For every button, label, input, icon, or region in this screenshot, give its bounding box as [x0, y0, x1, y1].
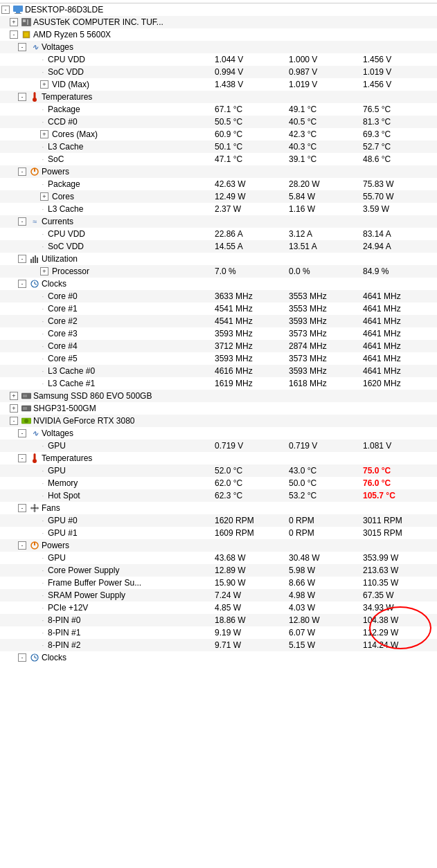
- voltage-icon: ∿: [30, 428, 39, 438]
- expand-button[interactable]: -: [18, 504, 26, 512]
- list-item[interactable]: - AMD Ryzen 5 5600X: [0, 28, 437, 41]
- sensor-cell: - ∿ Voltages: [0, 428, 215, 438]
- expand-button[interactable]: -: [18, 217, 26, 226]
- sensor-cell: · Core #2: [0, 316, 215, 326]
- value-cell: 12.89 W: [215, 566, 289, 575]
- power-icon: [30, 541, 39, 550]
- gpu-icon: [21, 416, 31, 426]
- list-item: · GPU 0.719 V 0.719 V 1.081 V: [0, 440, 437, 452]
- list-item[interactable]: + Cores 12.49 W 5.84 W 55.70 W: [0, 190, 437, 203]
- value-cell: 1620 RPM: [215, 516, 289, 525]
- list-item[interactable]: - ≈ Currents: [0, 215, 437, 228]
- sensor-cell: - NVIDIA GeForce RTX 3080: [0, 416, 215, 426]
- svg-rect-12: [30, 259, 32, 263]
- expand-button[interactable]: -: [18, 653, 26, 662]
- list-item: · Core #1 4541 MHz 3553 MHz 4641 MHz: [0, 302, 437, 315]
- sensor-cell: - Fans: [0, 503, 215, 513]
- sensor-cell: - Powers: [0, 167, 215, 177]
- list-item[interactable]: - NVIDIA GeForce RTX 3080: [0, 415, 437, 427]
- value-cell: 3593 MHz: [215, 329, 289, 338]
- voltage-icon: ∿: [30, 42, 39, 52]
- min-cell: 42.3 °C: [289, 129, 363, 139]
- list-item[interactable]: + SHGP31-500GM: [0, 402, 437, 415]
- min-cell: 28.20 W: [289, 179, 363, 189]
- sensor-label: CCD #0: [48, 117, 78, 127]
- sensor-cell: - Clocks: [0, 653, 215, 662]
- sensor-label: NVIDIA GeForce RTX 3080: [33, 416, 135, 426]
- expand-button[interactable]: -: [18, 43, 26, 51]
- list-item[interactable]: - Clocks: [0, 278, 437, 290]
- expand-button[interactable]: -: [1, 6, 10, 14]
- list-item[interactable]: - Temperatures: [0, 452, 437, 464]
- tree-dot: ·: [40, 479, 46, 487]
- list-item[interactable]: + Cores (Max) 60.9 °C 42.3 °C 69.3 °C: [0, 128, 437, 141]
- tree-dot: ·: [40, 55, 46, 64]
- sensor-label: Core #0: [48, 291, 78, 301]
- min-cell: 49.1 °C: [289, 105, 363, 114]
- sensor-cell: - Temperatures: [0, 92, 215, 102]
- min-cell: 1618 MHz: [289, 379, 363, 388]
- list-item: · Package 67.1 °C 49.1 °C 76.5 °C: [0, 103, 437, 116]
- svg-point-28: [34, 504, 36, 507]
- svg-rect-1: [16, 12, 20, 13]
- expand-button[interactable]: -: [10, 30, 18, 39]
- list-item[interactable]: - Fans: [0, 502, 437, 514]
- max-cell: 4641 MHz: [363, 366, 437, 376]
- value-cell: 50.5 °C: [215, 117, 289, 127]
- cpu-icon: [21, 30, 31, 39]
- tree-dot: ·: [40, 629, 46, 637]
- list-item[interactable]: - ∿ Voltages: [0, 41, 437, 53]
- list-item[interactable]: + VID (Max) 1.438 V 1.019 V 1.456 V: [0, 78, 437, 91]
- expand-button[interactable]: +: [40, 192, 48, 201]
- expand-button[interactable]: -: [18, 93, 26, 101]
- sensor-label: Core #5: [48, 354, 78, 363]
- list-item[interactable]: - Clocks: [0, 651, 437, 664]
- sensor-label: Memory: [48, 478, 78, 488]
- expand-button[interactable]: -: [18, 429, 26, 437]
- max-cell: 110.35 W: [363, 578, 437, 588]
- list-item: · Frame Buffer Power Su... 15.90 W 8.66 …: [0, 577, 437, 589]
- expand-button[interactable]: -: [18, 454, 26, 462]
- list-item[interactable]: - Powers: [0, 539, 437, 552]
- list-item: · 8-PIN #1 9.19 W 6.07 W 112.29 W: [0, 626, 437, 639]
- expand-button[interactable]: +: [40, 267, 48, 275]
- value-cell: 0.994 V: [215, 67, 289, 77]
- expand-button[interactable]: -: [18, 280, 26, 288]
- value-cell: 12.49 W: [215, 192, 289, 201]
- expand-button[interactable]: -: [18, 168, 26, 176]
- max-cell: 34.93 W: [363, 603, 437, 613]
- list-item[interactable]: - Temperatures: [0, 91, 437, 103]
- list-item[interactable]: + Processor 7.0 % 0.0 % 84.9 %: [0, 265, 437, 278]
- tree-dot: ·: [40, 205, 46, 213]
- expand-button[interactable]: +: [10, 392, 18, 400]
- tree-dot: ·: [40, 180, 46, 188]
- expand-button[interactable]: +: [10, 18, 18, 26]
- sensor-label: GPU #1: [48, 528, 78, 538]
- list-item[interactable]: + ASUSTeK COMPUTER INC. TUF...: [0, 16, 437, 28]
- sensor-cell: · CPU VDD: [0, 55, 215, 64]
- svg-rect-4: [23, 19, 26, 22]
- list-item: · PCIe +12V 4.85 W 4.03 W 34.93 W: [0, 602, 437, 614]
- sensor-cell: - DESKTOP-86D3LDE: [0, 5, 215, 15]
- sensor-label: PCIe +12V: [48, 603, 88, 613]
- sensor-cell: · Hot Spot: [0, 491, 215, 500]
- sensor-cell: · SRAM Power Supply: [0, 590, 215, 600]
- tree-dot: ·: [40, 566, 46, 575]
- expand-button[interactable]: -: [10, 417, 18, 425]
- list-item[interactable]: - ∿ Voltages: [0, 427, 437, 440]
- sensor-cell: - ∿ Voltages: [0, 42, 215, 52]
- list-item[interactable]: - Powers: [0, 165, 437, 178]
- clock-icon: [30, 279, 39, 289]
- power-icon: [30, 167, 39, 177]
- expand-button[interactable]: -: [18, 541, 26, 550]
- sensor-label: Powers: [42, 541, 69, 550]
- list-item[interactable]: + Samsung SSD 860 EVO 500GB: [0, 390, 437, 402]
- sensor-label: GPU: [48, 441, 66, 451]
- expand-button[interactable]: -: [18, 255, 26, 263]
- value-cell: 67.1 °C: [215, 105, 289, 114]
- expand-button[interactable]: +: [40, 80, 48, 89]
- list-item[interactable]: - DESKTOP-86D3LDE: [0, 3, 437, 16]
- expand-button[interactable]: +: [40, 130, 48, 138]
- list-item[interactable]: - Utilization: [0, 253, 437, 265]
- expand-button[interactable]: +: [10, 404, 18, 413]
